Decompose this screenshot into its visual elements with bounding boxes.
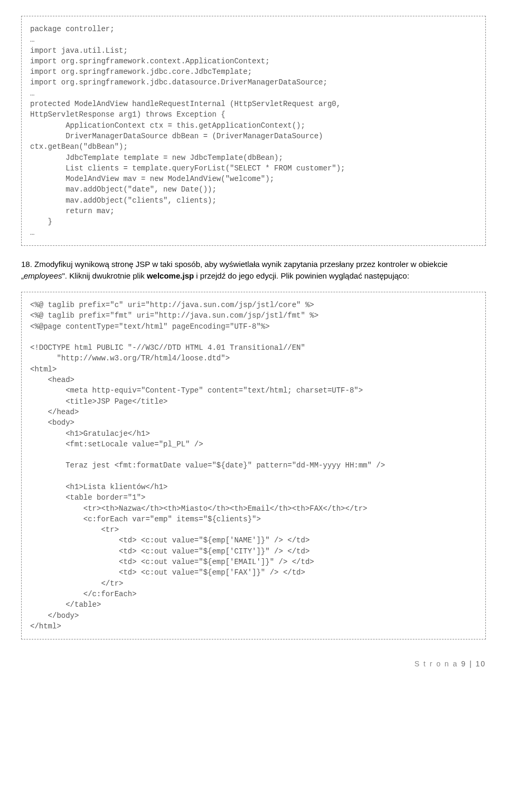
code-block-java: package controller; … import java.util.L… — [21, 16, 486, 246]
footer-label: S t r o n a — [415, 660, 462, 668]
paragraph-text: ". Kliknij dwukrotnie plik — [62, 271, 147, 280]
code-block-jsp: <%@ taglib prefix="c" uri="http://java.s… — [21, 292, 486, 639]
page-footer: S t r o n a 9 | 10 — [21, 658, 486, 670]
paragraph-text: i przejdź do jego edycji. Plik powinien … — [194, 271, 409, 280]
object-name: employees — [24, 271, 62, 280]
filename-bold: welcome.jsp — [147, 271, 194, 280]
page-number: 9 | 10 — [461, 660, 486, 668]
instruction-paragraph: 18. Zmodyfikuj wynikową stronę JSP w tak… — [21, 259, 486, 282]
